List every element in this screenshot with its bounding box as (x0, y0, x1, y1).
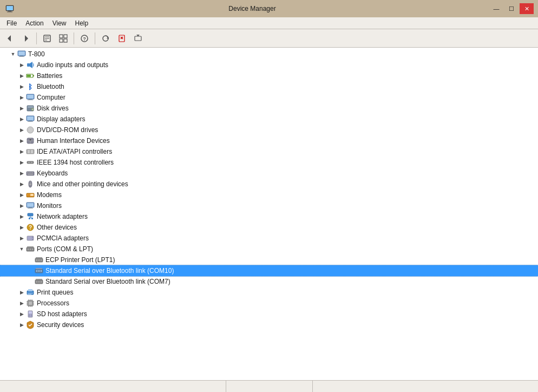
close-button[interactable]: ✕ (520, 3, 534, 14)
tree-item-ecp[interactable]: ▶ ECP Printer Port (LPT1) (0, 254, 538, 265)
tree-item-sdhost[interactable]: ▶ SD host adapters (0, 309, 538, 319)
tree-item-ssobt-com10[interactable]: ▶ Standard Serial over Bluetooth link (C… (0, 265, 538, 276)
svg-rect-86 (28, 249, 29, 250)
expand-mice[interactable]: ▶ (17, 180, 26, 188)
expand-printqueues[interactable]: ▶ (17, 288, 26, 297)
expand-pcmcia[interactable]: ▶ (17, 234, 26, 243)
expand-otherdevices[interactable]: ▶ (17, 223, 26, 232)
expand-modems[interactable]: ▶ (17, 191, 26, 199)
scan-hardware-button[interactable] (98, 31, 113, 45)
svg-rect-63 (28, 174, 33, 175)
tree-item-audio[interactable]: ▶ Audio inputs and outputs (0, 60, 538, 70)
menu-help[interactable]: Help (71, 18, 93, 28)
expand-ieee1394[interactable]: ▶ (17, 158, 26, 167)
svg-point-47 (30, 129, 31, 130)
svg-rect-36 (29, 99, 32, 100)
expand-ports[interactable]: ▼ (17, 245, 26, 253)
svg-rect-69 (30, 194, 34, 196)
tree-item-pcmcia[interactable]: ▶ PCMCIA adapters (0, 233, 538, 244)
tree-item-hid[interactable]: ▶ Human Interface Devices (0, 135, 538, 146)
audio-icon (26, 61, 35, 69)
tree-item-security[interactable]: ▶ Security devices (0, 319, 538, 330)
toolbar-sep-2 (74, 32, 74, 44)
audio-label: Audio inputs and outputs (37, 61, 108, 69)
expand-bluetooth[interactable]: ▶ (17, 82, 26, 91)
menu-file[interactable]: File (2, 18, 21, 28)
tree-item-ideata[interactable]: ▶ IDE ATA/ATAPI controllers (0, 146, 538, 157)
expand-batteries[interactable]: ▶ (17, 71, 26, 80)
expand-displayadapters[interactable]: ▶ (17, 115, 26, 123)
svg-rect-59 (27, 172, 28, 173)
title-bar: Device Manager — ☐ ✕ (0, 0, 538, 17)
root-expand[interactable]: ▼ (9, 50, 17, 58)
expand-audio[interactable]: ▶ (17, 61, 26, 69)
networkadapters-label: Network adapters (37, 213, 88, 220)
tree-item-displayadapters[interactable]: ▶ Display adapters (0, 114, 538, 125)
bluetooth-label: Bluetooth (37, 83, 64, 90)
back-button[interactable] (2, 31, 17, 45)
svg-rect-108 (28, 294, 31, 295)
properties-button[interactable] (40, 31, 55, 45)
svg-rect-97 (38, 270, 40, 272)
hid-icon (26, 136, 35, 145)
update-driver-button[interactable] (130, 31, 146, 45)
tree-item-ports[interactable]: ▼ Ports (COM & LPT) (0, 244, 538, 254)
tree-item-batteries[interactable]: ▶ Batteries (0, 70, 538, 81)
tree-item-mice[interactable]: ▶ Mice and other pointing devices (0, 179, 538, 190)
menu-action[interactable]: Action (21, 18, 48, 28)
expand-processors[interactable]: ▶ (17, 299, 26, 308)
expand-diskdrives[interactable]: ▶ (17, 104, 26, 113)
tree-item-modems[interactable]: ▶ Modems (0, 190, 538, 200)
svg-marker-29 (30, 62, 32, 68)
svg-rect-106 (28, 289, 32, 291)
svg-rect-73 (28, 208, 33, 208)
expand-all-button[interactable] (56, 31, 71, 45)
svg-rect-53 (28, 150, 30, 153)
expand-sdhost[interactable]: ▶ (17, 310, 26, 318)
minimize-button[interactable]: — (489, 3, 503, 14)
svg-rect-12 (60, 39, 63, 42)
svg-marker-4 (8, 35, 11, 42)
expand-computer[interactable]: ▶ (17, 93, 26, 102)
svg-rect-99 (36, 268, 42, 269)
tree-item-processors[interactable]: ▶ Proces (0, 298, 538, 309)
tree-item-dvdrom[interactable]: ▶ DVD/CD-ROM drives (0, 125, 538, 135)
expand-ideata[interactable]: ▶ (17, 147, 26, 156)
monitors-label: Monitors (37, 202, 62, 210)
expand-monitors[interactable]: ▶ (17, 201, 26, 210)
tree-item-networkadapters[interactable]: ▶ Network adapters (0, 211, 538, 222)
svg-rect-84 (32, 239, 33, 240)
toolbar: ? (0, 29, 538, 48)
forward-button[interactable] (18, 31, 34, 45)
expand-security[interactable]: ▶ (17, 321, 26, 329)
svg-rect-83 (32, 237, 33, 238)
svg-rect-128 (31, 316, 32, 316)
tree-item-ssobt-com7[interactable]: ▶ Standard Serial over Bluetooth link (C… (0, 276, 538, 287)
expand-hid[interactable]: ▶ (17, 136, 26, 145)
tree-item-ieee1394[interactable]: ▶ IEEE 1394 host controllers (0, 157, 538, 168)
keyboards-label: Keyboards (37, 169, 68, 177)
svg-rect-44 (28, 121, 33, 122)
device-tree[interactable]: ▼ T-800 ▶ A (0, 48, 538, 380)
maximize-button[interactable]: ☐ (504, 3, 519, 14)
menu-view[interactable]: View (48, 18, 71, 28)
tree-item-keyboards[interactable]: ▶ Keyboards (0, 168, 538, 179)
tree-item-otherdevices[interactable]: ▶ ? Other devices (0, 222, 538, 233)
help-button[interactable]: ? (77, 31, 92, 45)
tree-item-printqueues[interactable]: ▶ Print queues (0, 287, 538, 298)
tree-item-monitors[interactable]: ▶ Monitors (0, 200, 538, 211)
tree-root[interactable]: ▼ T-800 (0, 49, 538, 60)
tree-item-bluetooth[interactable]: ▶ ᛒ Bluetooth (0, 81, 538, 92)
svg-rect-54 (31, 150, 33, 153)
expand-keyboards[interactable]: ▶ (17, 169, 26, 178)
svg-rect-91 (36, 259, 37, 261)
tree-item-computer[interactable]: ▶ Computer (0, 92, 538, 103)
other-icon: ? (26, 223, 35, 232)
expand-networkadapters[interactable]: ▶ (17, 212, 26, 221)
remove-device-button[interactable] (114, 31, 129, 45)
expand-dvdrom[interactable]: ▶ (17, 126, 26, 134)
otherdevices-label: Other devices (37, 224, 77, 231)
tree-item-diskdrives[interactable]: ▶ Disk drives (0, 103, 538, 114)
keyboard-icon (26, 169, 35, 178)
displayadapters-label: Display adapters (37, 115, 85, 123)
